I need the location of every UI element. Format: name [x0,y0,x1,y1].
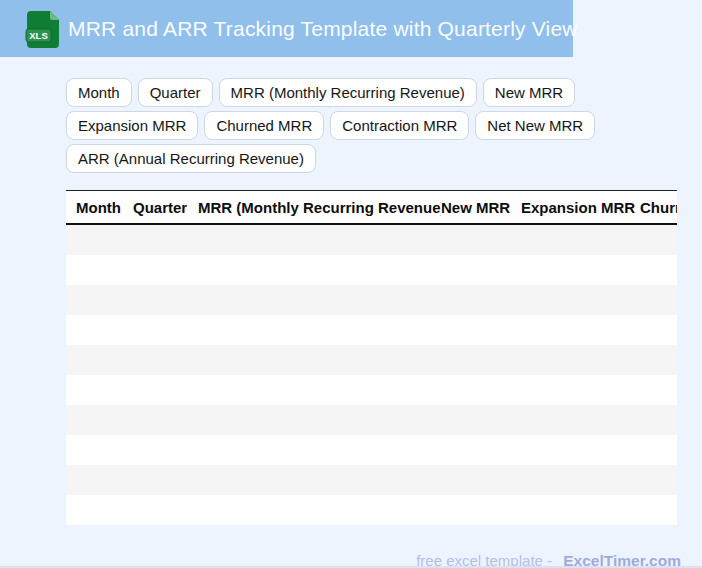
chip-churned-mrr[interactable]: Churned MRR [204,111,324,140]
table-body [66,225,677,525]
footer: free excel template - ExcelTimer.com [0,552,702,568]
chip-month[interactable]: Month [66,78,132,107]
column-header-mrr: MRR (Monthly Recurring Revenue) [198,199,441,216]
chip-contraction-mrr[interactable]: Contraction MRR [330,111,469,140]
column-header-expansion-mrr: Expansion MRR [521,199,640,216]
chip-arr-annual-recurring-revenue[interactable]: ARR (Annual Recurring Revenue) [66,144,316,173]
table-row [66,225,677,255]
header-bar: XLS MRR and ARR Tracking Template with Q… [0,0,573,57]
xls-file-icon: XLS [25,9,61,49]
table-row [66,315,677,345]
table-row [66,495,677,525]
table-row [66,285,677,315]
footer-brand-link[interactable]: ExcelTimer.com [563,552,681,568]
column-header-quarter: Quarter [133,199,198,216]
table-header-row: Month Quarter MRR (Monthly Recurring Rev… [66,191,677,225]
table-row [66,405,677,435]
column-header-month: Month [76,199,133,216]
template-preview-table: Month Quarter MRR (Monthly Recurring Rev… [66,190,677,525]
table-row [66,435,677,465]
table-row [66,375,677,405]
page-title: MRR and ARR Tracking Template with Quart… [68,17,578,41]
chip-expansion-mrr[interactable]: Expansion MRR [66,111,198,140]
chip-net-new-mrr[interactable]: Net New MRR [475,111,595,140]
keyword-chips: Month Quarter MRR (Monthly Recurring Rev… [66,78,684,173]
chip-mrr-monthly-recurring-revenue[interactable]: MRR (Monthly Recurring Revenue) [219,78,477,107]
chip-quarter[interactable]: Quarter [138,78,213,107]
table-row [66,465,677,495]
column-header-churned-mrr: Churned MRR [640,199,677,216]
column-header-new-mrr: New MRR [441,199,521,216]
chip-new-mrr[interactable]: New MRR [483,78,575,107]
table-row [66,345,677,375]
table-row [66,255,677,285]
xls-icon-label: XLS [29,30,47,41]
footer-text: free excel template - [416,552,552,568]
